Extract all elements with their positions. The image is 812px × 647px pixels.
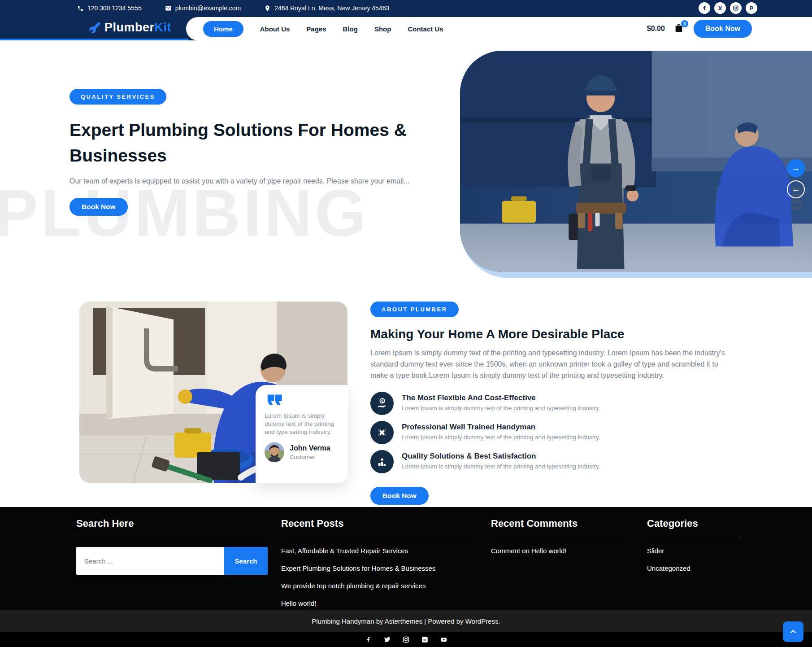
recent-comments-title: Recent Comments: [491, 518, 634, 535]
instagram-icon[interactable]: [730, 2, 742, 14]
about-section: Lorem Ipsum is simply dummy text of the …: [0, 302, 812, 501]
topbar-email: plumbin@example.com: [165, 4, 241, 12]
testimonial-card: Lorem Ipsum is simply dummy text of the …: [256, 385, 348, 483]
footer: Search Here Search Recent Posts Fast, Af…: [0, 507, 812, 647]
recent-comments-widget: Recent Comments Comment on Hello world!: [491, 518, 647, 617]
nav-item-home[interactable]: Home: [203, 21, 243, 37]
feature-text: Lorem Ipsum is simply dummy text of the …: [402, 434, 600, 441]
search-widget-title: Search Here: [76, 518, 268, 535]
youtube-icon[interactable]: [440, 636, 447, 643]
topbar-phone-text: 120 300 1234 5555: [87, 4, 142, 12]
feature-text: Lorem Ipsum is simply dummy text of the …: [402, 463, 600, 470]
nav-item-blog[interactable]: Blog: [343, 25, 358, 33]
main-nav: Home About Us Pages Blog Shop Contact Us: [186, 21, 443, 37]
nav-item-pages[interactable]: Pages: [306, 25, 326, 33]
slider-next-arrow-icon[interactable]: →: [787, 159, 805, 177]
about-description: Lorem Ipsum is simply dummy text of the …: [370, 347, 729, 381]
feature-list: $ The Most Flexible And Cost-Effective L…: [370, 392, 738, 473]
testimonial-quote: Lorem Ipsum is simply dummy text of the …: [265, 412, 340, 436]
about-badge: ABOUT PLUMBER: [370, 302, 459, 317]
copyright-text: Plumbing Handyman by Asterthemes | Power…: [312, 617, 500, 625]
recent-post-link[interactable]: Expert Plumbing Solutions for Homes & Bu…: [281, 564, 478, 572]
category-link[interactable]: Slider: [647, 547, 740, 555]
recent-posts-title: Recent Posts: [281, 518, 478, 535]
cart-total[interactable]: $0.00: [647, 25, 665, 33]
hero-slider-image: → ←: [460, 51, 812, 278]
search-widget: Search Here Search: [76, 518, 281, 617]
instagram-icon[interactable]: [403, 636, 409, 643]
testimonial-role: Customer: [290, 454, 330, 460]
scroll-to-top-button[interactable]: [783, 621, 803, 642]
feature-text: Lorem Ipsum is simply dummy text of the …: [402, 405, 600, 411]
chevron-up-icon: [789, 627, 798, 636]
hero-badge: QUALITY SERVICES: [69, 89, 166, 105]
footer-social-bar: in: [0, 632, 812, 647]
topbar: 120 300 1234 5555 plumbin@example.com 24…: [0, 0, 812, 16]
cart-count-badge: 0: [681, 20, 688, 27]
svg-text:$: $: [381, 399, 383, 403]
topbar-socials: X P: [699, 2, 757, 14]
feature-quality: Quality Solutions & Best Satisfaction Lo…: [370, 450, 738, 473]
feature-handyman: Professional Well Trained Handyman Lorem…: [370, 421, 738, 444]
nav-item-about-us[interactable]: About Us: [260, 25, 290, 33]
hero-title: Expert Plumbing Solutions For Homes & Bu…: [69, 117, 410, 168]
category-link[interactable]: Uncategorized: [647, 564, 740, 572]
plumber-photo: [460, 51, 812, 272]
feature-flexible: $ The Most Flexible And Cost-Effective L…: [370, 392, 738, 415]
recent-post-link[interactable]: Hello world!: [281, 599, 478, 607]
hero-section: PLUMBING: [0, 40, 812, 294]
feature-title: Professional Well Trained Handyman: [402, 421, 600, 432]
facebook-icon[interactable]: [365, 636, 372, 643]
recent-post-link[interactable]: We provide top notch plumbing & repair s…: [281, 582, 478, 590]
feature-title: Quality Solutions & Best Satisfaction: [402, 450, 600, 461]
recent-posts-widget: Recent Posts Fast, Affordable & Trusted …: [281, 518, 491, 617]
facebook-icon[interactable]: [699, 2, 710, 14]
mail-icon: [165, 5, 172, 12]
topbar-email-text: plumbin@example.com: [175, 4, 241, 12]
hand-dollar-icon: $: [370, 392, 394, 415]
footer-copyright-bar: Plumbing Handyman by Asterthemes | Power…: [0, 610, 812, 632]
pinterest-icon[interactable]: P: [746, 2, 757, 14]
book-now-button-hero[interactable]: Book Now: [69, 198, 128, 216]
location-pin-icon: [264, 5, 271, 12]
nav-item-contact-us[interactable]: Contact Us: [408, 25, 443, 33]
feature-title: The Most Flexible And Cost-Effective: [402, 392, 600, 402]
twitter-icon[interactable]: [384, 636, 391, 643]
search-input[interactable]: [76, 547, 224, 575]
nav-item-shop[interactable]: Shop: [374, 25, 391, 33]
hero-description: Our team of experts is equipped to assis…: [69, 177, 410, 185]
svg-text:in: in: [423, 638, 426, 642]
search-button[interactable]: Search: [224, 547, 268, 575]
customer-avatar: [265, 442, 284, 462]
quality-podium-icon: [370, 450, 394, 473]
linkedin-icon[interactable]: in: [421, 636, 428, 643]
topbar-address: 2464 Royal Ln. Mesa, New Jersey 45463: [264, 4, 389, 12]
slider-prev-arrow-icon[interactable]: ←: [787, 180, 805, 198]
testimonial-name: John Verma: [290, 444, 330, 452]
about-title: Making Your Home A More Desirable Place: [370, 327, 738, 341]
crossed-wrenches-icon: [370, 421, 394, 444]
recent-post-link[interactable]: Fast, Affordable & Trusted Repair Servic…: [281, 547, 478, 555]
phone-icon: [77, 5, 84, 12]
plumberkit-homepage: 120 300 1234 5555 plumbin@example.com 24…: [0, 0, 812, 647]
hero-slider-controls: → ←: [787, 159, 805, 198]
site-logo[interactable]: PlumberKit: [89, 21, 171, 35]
logo-text: PlumberKit: [104, 21, 171, 35]
nav-panel: Home About Us Pages Blog Shop Contact Us…: [186, 17, 812, 40]
book-now-button-about[interactable]: Book Now: [370, 487, 429, 505]
topbar-phone: 120 300 1234 5555: [77, 4, 142, 12]
recent-comment-link[interactable]: Comment on Hello world!: [491, 547, 634, 555]
categories-title: Categories: [647, 518, 740, 535]
x-twitter-icon[interactable]: X: [714, 2, 726, 14]
cart-bag-icon[interactable]: 0: [674, 23, 685, 34]
book-now-button-header[interactable]: Book Now: [694, 20, 752, 38]
categories-widget: Categories Slider Uncategorized: [647, 518, 754, 617]
wrench-icon: [89, 22, 101, 34]
quote-icon: [265, 400, 282, 408]
topbar-address-text: 2464 Royal Ln. Mesa, New Jersey 45463: [274, 4, 389, 12]
